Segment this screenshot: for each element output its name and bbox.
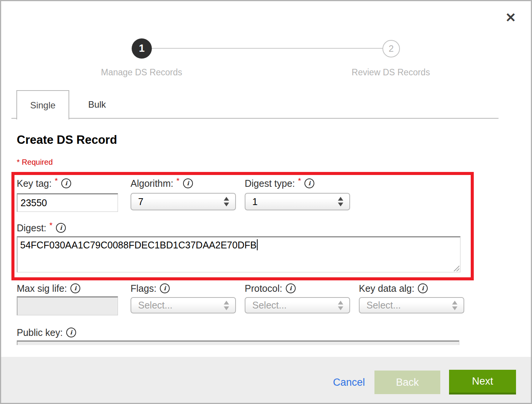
flags-select[interactable]: Select... (131, 297, 236, 313)
algorithm-select[interactable]: 7 (131, 193, 236, 210)
digest-textarea-value: 54FCF030AA1C79C0088FDEC1BD1C37DAA2E70DFB (20, 240, 256, 250)
public-key-label: Public key: (17, 327, 63, 338)
required-asterisk: * (177, 176, 180, 185)
select-stepper-icon (338, 197, 343, 207)
select-stepper-icon (224, 301, 229, 310)
protocol-label-row: Protocol: i (245, 282, 296, 294)
max-sig-life-input[interactable] (17, 296, 118, 315)
algorithm-label: Algorithm: (131, 178, 174, 189)
digest-type-select-value: 1 (245, 196, 258, 207)
info-icon[interactable]: i (418, 283, 428, 293)
required-note: * Required (17, 158, 53, 167)
step-2-label: Review DS Records (326, 67, 456, 78)
info-icon[interactable]: i (286, 283, 296, 293)
public-key-label-row: Public key: i (17, 326, 76, 339)
tab-bulk[interactable]: Bulk (69, 91, 125, 118)
step-2-circle: 2 (382, 40, 400, 57)
select-stepper-icon (338, 301, 343, 310)
digest-type-select[interactable]: 1 (245, 193, 350, 210)
create-ds-record-modal: ✕ 1 2 Manage DS Records Review DS Record… (0, 0, 532, 404)
max-sig-life-label: Max sig life: (17, 283, 67, 294)
flags-select-value: Select... (131, 300, 172, 311)
required-asterisk: * (49, 221, 53, 230)
info-icon[interactable]: i (304, 178, 314, 188)
algorithm-select-value: 7 (131, 196, 143, 207)
resize-handle-icon[interactable] (453, 265, 459, 271)
digest-textarea[interactable]: 54FCF030AA1C79C0088FDEC1BD1C37DAA2E70DFB (17, 236, 460, 272)
digest-type-label-row: Digest type: * i (245, 177, 314, 189)
info-icon[interactable]: i (66, 328, 76, 337)
key-data-alg-select[interactable]: Select... (359, 297, 464, 313)
info-icon[interactable]: i (61, 178, 71, 188)
key-tag-label-row: Key tag: * i (17, 177, 71, 189)
key-data-alg-label-row: Key data alg: i (359, 282, 428, 294)
modal-footer: Cancel Back Next (1, 357, 531, 403)
info-icon[interactable]: i (56, 223, 66, 233)
flags-label: Flags: (131, 283, 156, 294)
back-button[interactable]: Back (374, 371, 440, 394)
info-icon[interactable]: i (183, 178, 193, 188)
required-asterisk: * (298, 176, 301, 185)
page-title: Create DS Record (17, 133, 117, 147)
digest-label-row: Digest: * i (17, 222, 66, 234)
flags-label-row: Flags: i (131, 282, 170, 294)
digest-label: Digest: (17, 223, 46, 234)
close-icon[interactable]: ✕ (502, 9, 519, 26)
text-caret (257, 239, 258, 250)
next-button[interactable]: Next (449, 370, 516, 394)
stepper-connector-line (142, 48, 391, 49)
select-stepper-icon (452, 301, 457, 310)
digest-type-label: Digest type: (245, 178, 295, 189)
protocol-label: Protocol: (245, 283, 282, 294)
key-tag-input[interactable] (17, 193, 118, 212)
key-data-alg-select-value: Select... (360, 300, 401, 311)
protocol-select[interactable]: Select... (245, 297, 350, 313)
step-1-circle: 1 (132, 38, 152, 59)
select-stepper-icon (224, 197, 229, 207)
key-data-alg-label: Key data alg: (359, 283, 414, 294)
max-sig-life-label-row: Max sig life: i (17, 282, 80, 294)
required-asterisk: * (55, 176, 58, 185)
tab-strip-divider (11, 118, 499, 119)
step-1-label: Manage DS Records (77, 67, 206, 78)
tab-single[interactable]: Single (16, 90, 69, 119)
algorithm-label-row: Algorithm: * i (131, 177, 193, 189)
cancel-button[interactable]: Cancel (333, 377, 365, 388)
key-tag-label: Key tag: (17, 178, 52, 189)
info-icon[interactable]: i (70, 283, 80, 293)
public-key-textarea[interactable] (17, 340, 459, 345)
protocol-select-value: Select... (245, 300, 287, 311)
info-icon[interactable]: i (160, 283, 170, 293)
